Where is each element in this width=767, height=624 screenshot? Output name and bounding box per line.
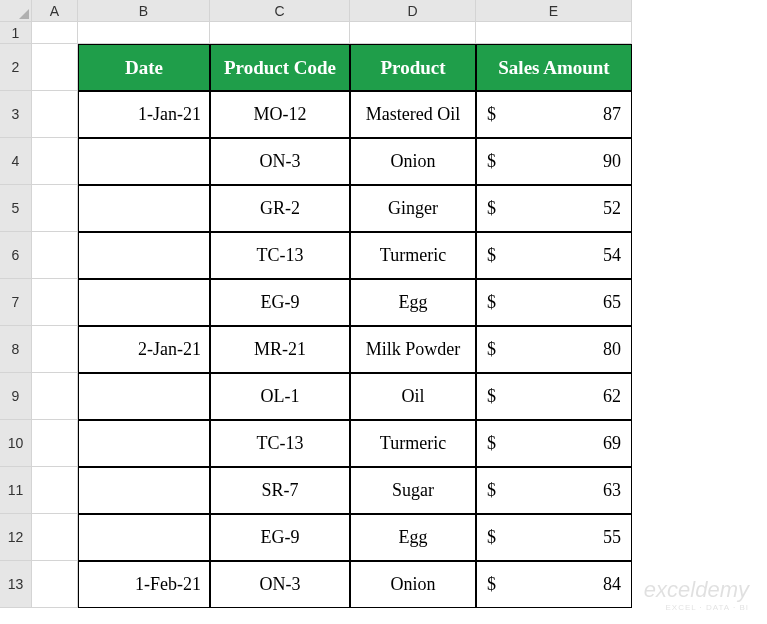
cell-A1[interactable] bbox=[32, 22, 78, 44]
cell-E1[interactable] bbox=[476, 22, 632, 44]
cell-E10[interactable]: $69 bbox=[476, 420, 632, 467]
cell-E4[interactable]: $90 bbox=[476, 138, 632, 185]
cell-C5[interactable]: GR-2 bbox=[210, 185, 350, 232]
cell-D11[interactable]: Sugar bbox=[350, 467, 476, 514]
cell-A3[interactable] bbox=[32, 91, 78, 138]
cell-B12[interactable] bbox=[78, 514, 210, 561]
cell-E2[interactable]: Sales Amount bbox=[476, 44, 632, 91]
cell-C4[interactable]: ON-3 bbox=[210, 138, 350, 185]
select-all-corner[interactable] bbox=[0, 0, 32, 22]
cell-E13[interactable]: $84 bbox=[476, 561, 632, 608]
cell-E12[interactable]: $55 bbox=[476, 514, 632, 561]
cell-E8[interactable]: $80 bbox=[476, 326, 632, 373]
row-header-10[interactable]: 10 bbox=[0, 420, 32, 467]
cell-A2[interactable] bbox=[32, 44, 78, 91]
cell-C3[interactable]: MO-12 bbox=[210, 91, 350, 138]
column-header-C[interactable]: C bbox=[210, 0, 350, 22]
row-header-9[interactable]: 9 bbox=[0, 373, 32, 420]
cell-B9[interactable] bbox=[78, 373, 210, 420]
table-header-label: Product Code bbox=[224, 57, 336, 79]
column-header-A[interactable]: A bbox=[32, 0, 78, 22]
row-header-7[interactable]: 7 bbox=[0, 279, 32, 326]
cell-D3[interactable]: Mastered Oil bbox=[350, 91, 476, 138]
currency-symbol: $ bbox=[487, 245, 496, 266]
cell-B8[interactable]: 2-Jan-21 bbox=[78, 326, 210, 373]
product-value: Turmeric bbox=[380, 245, 446, 266]
table-header-label: Date bbox=[125, 57, 163, 79]
row-header-6[interactable]: 6 bbox=[0, 232, 32, 279]
cell-A12[interactable] bbox=[32, 514, 78, 561]
cell-C10[interactable]: TC-13 bbox=[210, 420, 350, 467]
cell-D12[interactable]: Egg bbox=[350, 514, 476, 561]
cell-D13[interactable]: Onion bbox=[350, 561, 476, 608]
cell-B3[interactable]: 1-Jan-21 bbox=[78, 91, 210, 138]
row-header-13[interactable]: 13 bbox=[0, 561, 32, 608]
cell-E6[interactable]: $54 bbox=[476, 232, 632, 279]
row-header-11[interactable]: 11 bbox=[0, 467, 32, 514]
cell-E5[interactable]: $52 bbox=[476, 185, 632, 232]
cell-A13[interactable] bbox=[32, 561, 78, 608]
row-header-12[interactable]: 12 bbox=[0, 514, 32, 561]
row-header-8[interactable]: 8 bbox=[0, 326, 32, 373]
amount-value: 52 bbox=[603, 198, 621, 219]
cell-D7[interactable]: Egg bbox=[350, 279, 476, 326]
column-header-B[interactable]: B bbox=[78, 0, 210, 22]
cell-C13[interactable]: ON-3 bbox=[210, 561, 350, 608]
cell-E3[interactable]: $87 bbox=[476, 91, 632, 138]
cell-D1[interactable] bbox=[350, 22, 476, 44]
row-header-1[interactable]: 1 bbox=[0, 22, 32, 44]
cell-A4[interactable] bbox=[32, 138, 78, 185]
cell-E11[interactable]: $63 bbox=[476, 467, 632, 514]
amount-value: 63 bbox=[603, 480, 621, 501]
cell-D9[interactable]: Oil bbox=[350, 373, 476, 420]
cell-B2[interactable]: Date bbox=[78, 44, 210, 91]
cell-E7[interactable]: $65 bbox=[476, 279, 632, 326]
cell-D8[interactable]: Milk Powder bbox=[350, 326, 476, 373]
cell-C2[interactable]: Product Code bbox=[210, 44, 350, 91]
cell-A10[interactable] bbox=[32, 420, 78, 467]
amount-value: 80 bbox=[603, 339, 621, 360]
cell-C11[interactable]: SR-7 bbox=[210, 467, 350, 514]
cell-A9[interactable] bbox=[32, 373, 78, 420]
amount-value: 84 bbox=[603, 574, 621, 595]
cell-B4[interactable] bbox=[78, 138, 210, 185]
cell-D10[interactable]: Turmeric bbox=[350, 420, 476, 467]
cell-C8[interactable]: MR-21 bbox=[210, 326, 350, 373]
cell-A8[interactable] bbox=[32, 326, 78, 373]
cell-C12[interactable]: EG-9 bbox=[210, 514, 350, 561]
product-value: Turmeric bbox=[380, 433, 446, 454]
cell-A7[interactable] bbox=[32, 279, 78, 326]
date-value: 1-Jan-21 bbox=[138, 104, 201, 125]
cell-A11[interactable] bbox=[32, 467, 78, 514]
cell-B1[interactable] bbox=[78, 22, 210, 44]
cell-B7[interactable] bbox=[78, 279, 210, 326]
row-header-5[interactable]: 5 bbox=[0, 185, 32, 232]
cell-C6[interactable]: TC-13 bbox=[210, 232, 350, 279]
date-value: 2-Jan-21 bbox=[138, 339, 201, 360]
cell-E9[interactable]: $62 bbox=[476, 373, 632, 420]
row-header-2[interactable]: 2 bbox=[0, 44, 32, 91]
cell-B10[interactable] bbox=[78, 420, 210, 467]
cell-C7[interactable]: EG-9 bbox=[210, 279, 350, 326]
cell-A6[interactable] bbox=[32, 232, 78, 279]
cell-B11[interactable] bbox=[78, 467, 210, 514]
cell-D2[interactable]: Product bbox=[350, 44, 476, 91]
currency-symbol: $ bbox=[487, 433, 496, 454]
date-value: 1-Feb-21 bbox=[135, 574, 201, 595]
cell-D5[interactable]: Ginger bbox=[350, 185, 476, 232]
column-header-E[interactable]: E bbox=[476, 0, 632, 22]
cell-B5[interactable] bbox=[78, 185, 210, 232]
cell-A5[interactable] bbox=[32, 185, 78, 232]
cell-C1[interactable] bbox=[210, 22, 350, 44]
row-header-4[interactable]: 4 bbox=[0, 138, 32, 185]
amount-value: 65 bbox=[603, 292, 621, 313]
cell-C9[interactable]: OL-1 bbox=[210, 373, 350, 420]
column-header-D[interactable]: D bbox=[350, 0, 476, 22]
row-header-3[interactable]: 3 bbox=[0, 91, 32, 138]
cell-D4[interactable]: Onion bbox=[350, 138, 476, 185]
cell-B6[interactable] bbox=[78, 232, 210, 279]
cell-B13[interactable]: 1-Feb-21 bbox=[78, 561, 210, 608]
cell-D6[interactable]: Turmeric bbox=[350, 232, 476, 279]
product-value: Onion bbox=[391, 574, 436, 595]
spreadsheet-grid[interactable]: ABCDE12DateProduct CodeProductSales Amou… bbox=[0, 0, 767, 608]
